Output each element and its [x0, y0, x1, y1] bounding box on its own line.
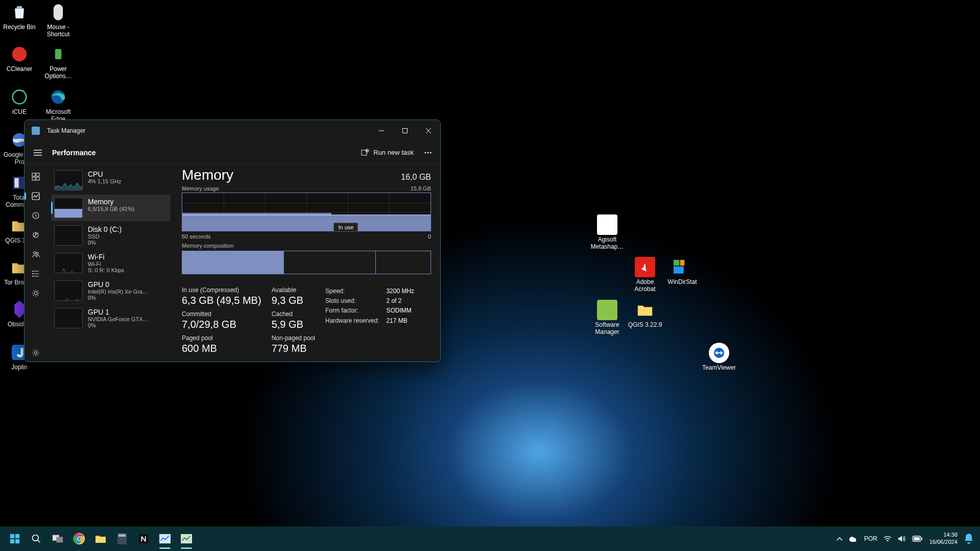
nav-services[interactable] — [26, 284, 46, 302]
svg-point-0 — [12, 47, 27, 61]
run-task-label: Run new task — [373, 149, 414, 156]
desktop-icon-teamviewer[interactable]: TeamViewer — [700, 343, 738, 371]
desktop-icon-power[interactable]: Power Options… — [39, 44, 78, 80]
perf-name: Memory — [88, 198, 134, 206]
svg-rect-43 — [10, 534, 14, 538]
svg-rect-9 — [674, 260, 679, 266]
svg-rect-25 — [32, 173, 35, 176]
desktop-icon-software-mgr[interactable]: Software Manager — [588, 300, 627, 336]
perf-item-wifi[interactable]: Wi-FiWi-FiS: 0 R: 0 Kbps — [51, 250, 171, 276]
search-button[interactable] — [26, 529, 47, 549]
perf-sub2: 0% — [88, 295, 148, 301]
tray-battery-icon[interactable] — [912, 536, 922, 542]
speed-value: 3200 MHz — [386, 286, 414, 296]
taskbar-calculator[interactable] — [111, 529, 133, 549]
hamburger-button[interactable] — [28, 143, 48, 162]
tray-chevron-icon[interactable] — [836, 537, 843, 541]
windirstat-icon — [672, 257, 692, 277]
nonpaged-value: 779 MB — [272, 343, 315, 354]
close-button[interactable] — [417, 120, 440, 141]
edge-icon — [48, 87, 68, 107]
taskbar-chrome[interactable] — [68, 529, 90, 549]
taskbar-task-manager[interactable] — [176, 529, 197, 549]
perf-item-gpu1[interactable]: GPU 1NVIDIA GeForce GTX…0% — [51, 305, 171, 331]
perf-sub2: S: 0 R: 0 Kbps — [88, 267, 124, 273]
svg-rect-14 — [403, 129, 408, 133]
desktop-icon-acrobat[interactable]: Adobe Acrobat — [626, 257, 664, 293]
svg-point-1 — [13, 90, 27, 104]
system-tray: POR — [833, 535, 925, 542]
tray-language[interactable]: POR — [864, 535, 877, 542]
svg-point-32 — [34, 252, 36, 254]
svg-point-47 — [33, 535, 39, 541]
nav-details[interactable] — [26, 265, 46, 282]
slots-key: Slots used: — [325, 296, 379, 306]
desktop-icon-edge[interactable]: Microsoft Edge — [39, 87, 78, 123]
perf-item-memory[interactable]: Memory6,5/15,8 GB (41%) — [51, 195, 171, 221]
taskbar-notion[interactable] — [133, 529, 154, 549]
icon-label: WinDirStat — [667, 278, 697, 285]
nav-users[interactable] — [26, 246, 46, 263]
taskbar: POR 14:38 16/06/2024 — [0, 526, 980, 551]
desktop-icon-mouse[interactable]: Mouse - Shortcut — [39, 2, 78, 38]
memory-thumb — [54, 198, 83, 218]
perf-sub: Wi-Fi — [88, 261, 124, 267]
perf-item-disk[interactable]: Disk 0 (C:)SSD0% — [51, 222, 171, 249]
desktop-icon-agisoft[interactable]: Agisoft Metashap… — [588, 214, 627, 251]
slots-value: 2 of 2 — [386, 296, 414, 306]
svg-rect-7 — [55, 49, 62, 59]
task-manager-window: Task Manager Performance Run new task — [24, 119, 441, 362]
nav-startup[interactable] — [26, 226, 46, 244]
nav-settings[interactable] — [26, 344, 46, 362]
run-new-task-button[interactable]: Run new task — [356, 146, 419, 160]
nav-performance[interactable] — [26, 187, 46, 205]
software-mgr-icon — [597, 300, 617, 320]
perf-sub: 6,5/15,8 GB (41%) — [88, 206, 134, 212]
cached-value: 5,9 GB — [272, 319, 315, 330]
taskbar-clock[interactable]: 14:38 16/06/2024 — [925, 532, 962, 546]
icon-label: Agisoft Metashap… — [588, 236, 627, 251]
tray-wifi-icon[interactable] — [883, 536, 892, 542]
taskbar-explorer[interactable] — [90, 529, 111, 549]
run-task-icon — [361, 149, 369, 157]
desktop-icon-qgis[interactable]: QGIS 3.22.9 — [626, 300, 664, 328]
desktop-icon-icue[interactable]: iCUE — [0, 87, 39, 115]
tray-onedrive-icon[interactable] — [849, 536, 858, 542]
icon-label: QGIS 3.22.9 — [628, 321, 662, 328]
x-axis-right: 0 — [428, 233, 431, 239]
desktop-icon-ccleaner[interactable]: CCleaner — [0, 44, 39, 73]
task-view-button[interactable] — [47, 529, 68, 549]
maximize-button[interactable] — [393, 120, 417, 141]
icon-label: Recycle Bin — [3, 23, 35, 31]
titlebar[interactable]: Task Manager — [25, 120, 440, 141]
start-button[interactable] — [4, 529, 26, 549]
perf-sub: NVIDIA GeForce GTX… — [88, 316, 149, 322]
svg-rect-26 — [36, 173, 39, 176]
perf-sub: 4% 1,15 GHz — [88, 178, 121, 184]
taskbar-app1[interactable] — [154, 529, 176, 549]
svg-point-24 — [430, 152, 432, 153]
window-title: Task Manager — [47, 127, 370, 134]
perf-sub: SSD — [88, 233, 122, 239]
nav-processes[interactable] — [26, 168, 46, 185]
more-options-button[interactable] — [419, 143, 437, 162]
icon-label: TeamViewer — [702, 364, 736, 371]
icon-label: Software Manager — [588, 321, 627, 336]
svg-rect-10 — [680, 260, 685, 266]
in-use-value: 6,3 GB (49,5 MB) — [182, 295, 261, 306]
cpu-thumb — [54, 170, 83, 190]
svg-rect-28 — [36, 177, 39, 180]
perf-item-cpu[interactable]: CPU4% 1,15 GHz — [51, 167, 171, 194]
tray-volume-icon[interactable] — [898, 535, 906, 542]
gpu0-thumb — [54, 280, 83, 301]
formfactor-key: Form factor: — [325, 306, 379, 316]
notification-button[interactable] — [962, 534, 976, 544]
minimize-button[interactable] — [370, 120, 393, 141]
nav-app-history[interactable] — [26, 207, 46, 224]
desktop-icon-windirstat[interactable]: WinDirStat — [663, 257, 702, 285]
icon-label: Power Options… — [39, 65, 78, 80]
desktop-icon-recycle-bin[interactable]: Recycle Bin — [0, 2, 39, 31]
usage-label: Memory usage — [182, 185, 219, 191]
perf-item-gpu0[interactable]: GPU 0Intel(R) Iris(R) Xe Gra…0% — [51, 277, 171, 304]
perf-sub2: 0% — [88, 322, 149, 328]
